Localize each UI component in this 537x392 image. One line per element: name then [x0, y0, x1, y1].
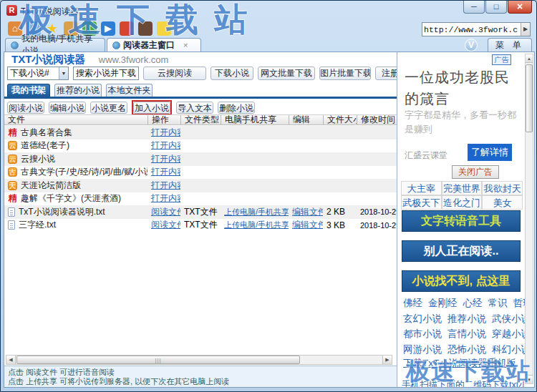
toolbar-button[interactable]: 网文批量下载 — [258, 67, 315, 80]
tab-reader-main[interactable]: 阅读器主窗口 × — [107, 38, 201, 52]
column-header: 修改时间 — [357, 115, 397, 124]
v-button[interactable]: V — [465, 39, 478, 52]
download-mobile-link[interactable]: 下载TxT小说阅读器手机版 — [403, 357, 516, 370]
open-content-link[interactable]: 打开内容 — [151, 167, 180, 177]
chevron-down-icon[interactable]: ▼ — [59, 67, 68, 79]
vertical-scrollbar[interactable]: ▲ ▼ — [525, 54, 533, 384]
horizontal-scrollbar[interactable]: ◀ ||| ▶ — [6, 355, 392, 365]
content-area: TXT小说阅读器 www.3fwork.com 下载小说# ▼ 云搜阅读下载小说… — [4, 52, 535, 388]
category-link[interactable]: 玄幻小说 — [403, 313, 442, 325]
shelf-tab-my-shelf[interactable]: 我的书架 — [7, 84, 50, 97]
hot-link[interactable]: 大主宰 — [401, 181, 442, 195]
hot-link[interactable]: 造化之门 — [442, 195, 483, 210]
sidebar-big-button[interactable]: 别人正在阅读.. — [402, 240, 521, 262]
scrollbar-thumb[interactable]: ||| — [16, 356, 300, 364]
category-link[interactable]: 网游小说 — [403, 343, 442, 356]
person-icon[interactable] — [138, 21, 153, 36]
read-file-link[interactable]: 阅读文件 — [151, 207, 180, 217]
action-button[interactable]: 小说更名 — [90, 102, 127, 114]
sidebar-big-button[interactable]: 小说找不到, 点这里 — [402, 270, 521, 292]
file-name-cell: 古古典文学(子/史/经/诗/词/曲/赋/小说) — [4, 166, 147, 178]
shelf-tab-local-folder[interactable]: 本地文件夹 — [106, 84, 153, 97]
highlight-box: 加入小说 — [132, 100, 172, 115]
open-content-link[interactable]: 打开内容 — [151, 154, 180, 164]
toolbar-button[interactable]: 图片批量下载 — [319, 67, 371, 80]
scroll-up-icon[interactable]: ▲ — [526, 54, 533, 63]
edit-file-link[interactable]: 编辑文件 — [292, 220, 323, 230]
category-badge-icon: 云 — [8, 155, 17, 164]
menu-tab[interactable]: 菜 单 — [488, 38, 532, 52]
action-button[interactable]: 删除小说 — [218, 102, 255, 114]
table-cell: 编辑文件 — [289, 219, 323, 231]
table-row[interactable]: 精古典名著合集打开内容 — [4, 126, 397, 139]
category-link[interactable]: 金刚经 — [428, 297, 458, 310]
shelf-tab-recommended[interactable]: 推荐的小说 — [54, 84, 102, 97]
read-file-link[interactable]: 阅读文件 — [151, 220, 180, 230]
table-row[interactable]: 天天涯论坛简洁版打开内容 — [4, 179, 397, 192]
category-link[interactable]: 常识 — [488, 297, 508, 310]
table-cell: 打开内容 — [147, 127, 180, 139]
ad-brand: 汇盛云课堂 — [405, 150, 448, 162]
hot-link[interactable]: 我欲封天 — [482, 181, 523, 195]
category-link[interactable]: 佛经 — [403, 297, 422, 310]
hot-link[interactable]: 完美世界 — [442, 181, 483, 195]
ad-title[interactable]: 一位成功老股民的箴言 — [405, 67, 518, 109]
table-row[interactable]: 三字经.txt阅读文件TXT文件上传电脑/手机共享编辑文件3 KB2018-10… — [4, 219, 397, 232]
open-content-link[interactable]: 打开内容 — [151, 180, 180, 190]
chat-icon[interactable] — [157, 21, 171, 36]
category-link[interactable]: 推荐小说 — [448, 313, 486, 325]
close-button[interactable]: × — [508, 1, 532, 14]
close-ad-button[interactable]: 关闭广告 — [452, 165, 499, 179]
category-link[interactable]: 心经 — [463, 297, 483, 310]
toolbar-button[interactable]: 云搜阅读 — [143, 67, 206, 80]
url-input[interactable] — [422, 25, 521, 34]
action-button[interactable]: 编辑小说 — [49, 102, 86, 114]
table-row[interactable]: 精趣解《千字文》(天涯煮酒)打开内容 — [4, 192, 397, 206]
table-row[interactable]: 古古典文学(子/史/经/诗/词/曲/赋/小说)打开内容 — [4, 166, 397, 180]
scroll-right-icon[interactable]: ▶ — [382, 356, 392, 364]
featured-badge-icon: 精 — [8, 127, 17, 139]
scroll-down-icon[interactable]: ▼ — [526, 375, 533, 383]
table-cell: 2 KB — [323, 207, 357, 217]
hot-link[interactable]: 美女 — [482, 195, 523, 210]
file-icon — [8, 207, 15, 217]
minimize-button[interactable]: ─ — [463, 1, 485, 14]
category-link[interactable]: 言情小说 — [448, 328, 486, 340]
action-button[interactable]: 阅读小说 — [7, 102, 44, 114]
category-link[interactable]: 恐怖小说 — [448, 343, 486, 356]
scrollbar-thumb[interactable] — [526, 64, 533, 132]
modified-date: 2018-10-29 0 — [360, 207, 397, 216]
open-content-link[interactable]: 打开内容 — [151, 193, 180, 203]
search-input[interactable] — [73, 67, 139, 80]
tab-shared-novels[interactable]: 我的电脑/手机共享小说 — [5, 38, 105, 52]
url-go-icon[interactable]: ▶ — [521, 23, 530, 36]
edit-file-link[interactable]: 编辑文件 — [292, 207, 323, 217]
category-link[interactable]: 都市小说 — [403, 328, 442, 340]
hot-link[interactable]: 武极天下 — [401, 195, 442, 210]
sidebar-big-button[interactable]: 文字转语音工具 — [402, 210, 521, 232]
ad-sidebar: 广告 一位成功老股民的箴言 字字都是精华，多看一秒都是赚到 汇盛云课堂 了解详情… — [397, 52, 534, 387]
maximize-button[interactable]: □ — [485, 1, 507, 14]
avatar-icon[interactable] — [120, 21, 134, 36]
table-cell: TXT文件 — [180, 206, 221, 218]
action-button[interactable]: 导入文本 — [176, 102, 213, 114]
open-content-link[interactable]: 打开内容 — [151, 140, 180, 150]
category-dropdown[interactable]: 下载小说# ▼ — [7, 67, 69, 80]
open-content-link[interactable]: 打开内容 — [151, 127, 180, 137]
file-name: 云搜小说 — [21, 153, 55, 165]
upload-share-link[interactable]: 上传电脑/手机共享 — [224, 220, 289, 229]
action-button[interactable]: 加入小说 — [133, 102, 170, 114]
table-row[interactable]: 云云搜小说打开内容 — [4, 152, 397, 166]
upload-share-link[interactable]: 上传电脑/手机共享 — [224, 207, 289, 216]
globe-icon — [112, 41, 120, 49]
tab-close-icon[interactable]: × — [183, 41, 188, 49]
toolbar-button[interactable]: 注册版功 — [375, 67, 397, 80]
play-icon[interactable]: ▶ — [101, 21, 115, 36]
home-icon[interactable]: ⌂ — [8, 21, 22, 36]
scroll-left-icon[interactable]: ◀ — [6, 356, 16, 364]
toolbar-button[interactable]: 下载小说 — [211, 67, 253, 80]
ad-cta-button[interactable]: 了解详情 — [468, 144, 512, 161]
table-cell: 2018-10-29 0 — [357, 207, 397, 216]
table-row[interactable]: 云道德经(老子)打开内容 — [4, 139, 397, 153]
table-row[interactable]: TxT小说阅读器说明.txt阅读文件TXT文件上传电脑/手机共享编辑文件2 KB… — [4, 205, 397, 219]
